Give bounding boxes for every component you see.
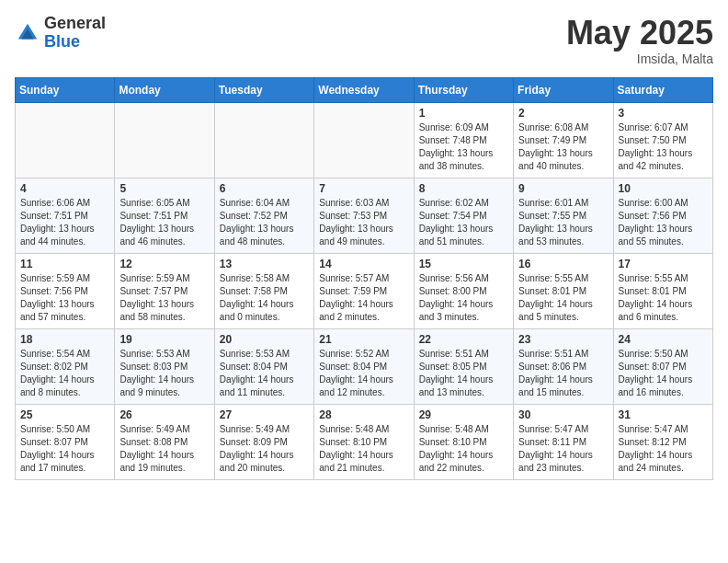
day-info: Sunrise: 6:08 AM Sunset: 7:49 PM Dayligh… [518,121,608,173]
calendar: SundayMondayTuesdayWednesdayThursdayFrid… [15,77,713,480]
day-number: 21 [319,333,408,346]
day-cell [214,102,313,178]
weekday-header-saturday: Saturday [613,77,712,102]
weekday-header-wednesday: Wednesday [314,77,414,102]
day-cell: 4Sunrise: 6:06 AM Sunset: 7:51 PM Daylig… [16,178,115,253]
day-cell: 17Sunrise: 5:55 AM Sunset: 8:01 PM Dayli… [613,253,712,328]
day-cell: 7Sunrise: 6:03 AM Sunset: 7:53 PM Daylig… [314,178,414,253]
logo-text: General Blue [44,15,106,52]
day-number: 2 [518,107,608,120]
page-header: General Blue May 2025 Imsida, Malta [15,15,713,66]
week-row-4: 18Sunrise: 5:54 AM Sunset: 8:02 PM Dayli… [16,328,713,404]
title-block: May 2025 Imsida, Malta [566,15,713,66]
day-cell [16,102,115,178]
day-info: Sunrise: 5:56 AM Sunset: 8:00 PM Dayligh… [419,272,508,324]
day-info: Sunrise: 5:51 AM Sunset: 8:05 PM Dayligh… [419,348,508,399]
day-number: 13 [220,258,309,270]
day-info: Sunrise: 6:06 AM Sunset: 7:51 PM Dayligh… [20,197,109,248]
day-info: Sunrise: 6:07 AM Sunset: 7:50 PM Dayligh… [619,121,708,173]
day-cell: 6Sunrise: 6:04 AM Sunset: 7:52 PM Daylig… [214,178,313,253]
day-info: Sunrise: 6:00 AM Sunset: 7:56 PM Dayligh… [619,197,708,248]
week-row-3: 11Sunrise: 5:59 AM Sunset: 7:56 PM Dayli… [16,253,713,328]
day-number: 26 [119,408,209,421]
day-cell: 13Sunrise: 5:58 AM Sunset: 7:58 PM Dayli… [214,253,313,328]
weekday-header-friday: Friday [514,77,613,102]
week-row-2: 4Sunrise: 6:06 AM Sunset: 7:51 PM Daylig… [16,178,713,253]
day-number: 3 [619,107,708,120]
logo-blue: Blue [44,33,106,52]
month-title: May 2025 [566,15,713,52]
day-info: Sunrise: 5:57 AM Sunset: 7:59 PM Dayligh… [319,272,408,324]
day-info: Sunrise: 5:53 AM Sunset: 8:03 PM Dayligh… [119,348,209,399]
day-cell: 30Sunrise: 5:47 AM Sunset: 8:11 PM Dayli… [514,404,613,479]
day-number: 10 [619,182,708,195]
day-number: 1 [419,107,508,120]
weekday-header-sunday: Sunday [16,77,115,102]
day-cell: 20Sunrise: 5:53 AM Sunset: 8:04 PM Dayli… [214,328,313,404]
weekday-header-tuesday: Tuesday [214,77,313,102]
location: Imsida, Malta [566,52,713,66]
day-number: 17 [619,258,708,270]
day-number: 27 [220,408,309,421]
day-cell: 2Sunrise: 6:08 AM Sunset: 7:49 PM Daylig… [514,102,613,178]
day-cell: 19Sunrise: 5:53 AM Sunset: 8:03 PM Dayli… [115,328,214,404]
day-info: Sunrise: 6:09 AM Sunset: 7:48 PM Dayligh… [419,121,508,173]
day-cell: 14Sunrise: 5:57 AM Sunset: 7:59 PM Dayli… [314,253,414,328]
weekday-header-row: SundayMondayTuesdayWednesdayThursdayFrid… [16,77,713,102]
day-number: 14 [319,258,408,270]
day-info: Sunrise: 5:48 AM Sunset: 8:10 PM Dayligh… [419,423,508,475]
day-number: 5 [119,182,209,195]
day-cell: 29Sunrise: 5:48 AM Sunset: 8:10 PM Dayli… [414,404,513,479]
weekday-header-monday: Monday [115,77,214,102]
day-number: 22 [419,333,508,346]
day-info: Sunrise: 6:01 AM Sunset: 7:55 PM Dayligh… [518,197,608,248]
day-cell: 21Sunrise: 5:52 AM Sunset: 8:04 PM Dayli… [314,328,414,404]
day-info: Sunrise: 5:47 AM Sunset: 8:11 PM Dayligh… [518,423,608,475]
day-info: Sunrise: 5:49 AM Sunset: 8:09 PM Dayligh… [220,423,309,475]
day-info: Sunrise: 5:53 AM Sunset: 8:04 PM Dayligh… [220,348,309,399]
day-info: Sunrise: 6:05 AM Sunset: 7:51 PM Dayligh… [119,197,209,248]
day-cell: 23Sunrise: 5:51 AM Sunset: 8:06 PM Dayli… [514,328,613,404]
day-info: Sunrise: 5:48 AM Sunset: 8:10 PM Dayligh… [319,423,408,475]
day-cell: 26Sunrise: 5:49 AM Sunset: 8:08 PM Dayli… [115,404,214,479]
day-cell: 15Sunrise: 5:56 AM Sunset: 8:00 PM Dayli… [414,253,513,328]
day-number: 18 [20,333,109,346]
day-info: Sunrise: 5:49 AM Sunset: 8:08 PM Dayligh… [119,423,209,475]
day-cell: 12Sunrise: 5:59 AM Sunset: 7:57 PM Dayli… [115,253,214,328]
day-info: Sunrise: 6:04 AM Sunset: 7:52 PM Dayligh… [220,197,309,248]
day-number: 24 [619,333,708,346]
day-number: 31 [619,408,708,421]
day-number: 28 [319,408,408,421]
day-info: Sunrise: 5:50 AM Sunset: 8:07 PM Dayligh… [619,348,708,399]
day-cell: 24Sunrise: 5:50 AM Sunset: 8:07 PM Dayli… [613,328,712,404]
day-info: Sunrise: 5:59 AM Sunset: 7:57 PM Dayligh… [119,272,209,324]
day-info: Sunrise: 5:52 AM Sunset: 8:04 PM Dayligh… [319,348,408,399]
week-row-5: 25Sunrise: 5:50 AM Sunset: 8:07 PM Dayli… [16,404,713,479]
day-cell: 18Sunrise: 5:54 AM Sunset: 8:02 PM Dayli… [16,328,115,404]
day-cell [115,102,214,178]
day-number: 30 [518,408,608,421]
logo-general: General [44,15,106,33]
day-info: Sunrise: 5:55 AM Sunset: 8:01 PM Dayligh… [619,272,708,324]
day-cell: 28Sunrise: 5:48 AM Sunset: 8:10 PM Dayli… [314,404,414,479]
day-number: 6 [220,182,309,195]
day-number: 25 [20,408,109,421]
day-cell: 10Sunrise: 6:00 AM Sunset: 7:56 PM Dayli… [613,178,712,253]
day-info: Sunrise: 5:50 AM Sunset: 8:07 PM Dayligh… [20,423,109,475]
day-cell: 5Sunrise: 6:05 AM Sunset: 7:51 PM Daylig… [115,178,214,253]
day-cell: 27Sunrise: 5:49 AM Sunset: 8:09 PM Dayli… [214,404,313,479]
day-cell: 22Sunrise: 5:51 AM Sunset: 8:05 PM Dayli… [414,328,513,404]
day-info: Sunrise: 5:58 AM Sunset: 7:58 PM Dayligh… [220,272,309,324]
logo: General Blue [15,15,106,52]
day-cell [314,102,414,178]
day-info: Sunrise: 6:03 AM Sunset: 7:53 PM Dayligh… [319,197,408,248]
day-info: Sunrise: 5:59 AM Sunset: 7:56 PM Dayligh… [20,272,109,324]
day-number: 8 [419,182,508,195]
day-number: 7 [319,182,408,195]
day-number: 16 [518,258,608,270]
weekday-header-thursday: Thursday [414,77,513,102]
day-cell: 9Sunrise: 6:01 AM Sunset: 7:55 PM Daylig… [514,178,613,253]
day-number: 29 [419,408,508,421]
day-info: Sunrise: 6:02 AM Sunset: 7:54 PM Dayligh… [419,197,508,248]
day-number: 19 [119,333,209,346]
